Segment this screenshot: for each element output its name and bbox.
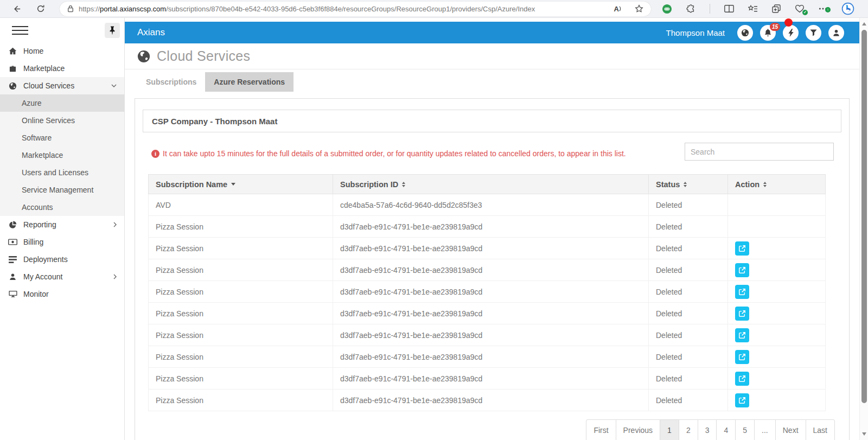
- tab-subscriptions[interactable]: Subscriptions: [137, 72, 205, 92]
- favorites-list-icon[interactable]: [748, 5, 758, 13]
- column-header-subscription-name[interactable]: Subscription Name: [149, 175, 333, 194]
- cell-subscription-id: d3df7aeb-e91c-4791-be1e-ae239819a9cd: [333, 216, 649, 238]
- sidebar-subitem-users-and-licenses[interactable]: Users and Licenses: [0, 164, 124, 181]
- table-row: Pizza Session d3df7aeb-e91c-4791-be1e-ae…: [149, 303, 826, 324]
- sidebar-subitem-azure[interactable]: Azure: [0, 94, 124, 112]
- open-subscription-button[interactable]: [735, 285, 749, 299]
- chevron-right-icon: [113, 222, 117, 227]
- cell-subscription-name: Pizza Session: [149, 259, 333, 281]
- cell-subscription-id: d3df7aeb-e91c-4791-be1e-ae239819a9cd: [333, 390, 649, 411]
- sidebar-subitem-marketplace[interactable]: Marketplace: [0, 146, 124, 164]
- table-row: Pizza Session d3df7aeb-e91c-4791-be1e-ae…: [149, 281, 826, 303]
- extensions-puzzle-icon[interactable]: [686, 4, 695, 14]
- tab-azure-reservations[interactable]: Azure Reservations: [205, 72, 293, 92]
- toolbar-divider: [710, 4, 710, 14]
- open-subscription-button[interactable]: [735, 350, 749, 364]
- page-button-last[interactable]: Last: [806, 419, 835, 440]
- external-link-icon: [738, 266, 746, 274]
- cell-status: Deleted: [649, 324, 728, 346]
- open-subscription-button[interactable]: [735, 263, 749, 277]
- globe-button[interactable]: [737, 25, 753, 41]
- sidebar-item-home[interactable]: Home: [0, 42, 124, 60]
- open-subscription-button[interactable]: [735, 372, 749, 386]
- column-header-subscription-id[interactable]: Subscription ID: [333, 175, 649, 194]
- sidebar-pin-button[interactable]: [105, 23, 120, 38]
- sidebar-subitem-online-services[interactable]: Online Services: [0, 112, 124, 129]
- cell-subscription-name: Pizza Session: [149, 324, 333, 346]
- cell-subscription-name: AVD: [149, 194, 333, 216]
- url-text: https://portal.axianscsp.com/subscriptio…: [79, 5, 609, 13]
- column-header-status[interactable]: Status: [649, 175, 728, 194]
- brand-title: Axians: [137, 27, 165, 38]
- sidebar-item-monitor[interactable]: Monitor: [0, 285, 124, 303]
- extension-green-icon[interactable]: [662, 4, 672, 14]
- page-button-ellipsis[interactable]: ...: [754, 419, 776, 440]
- sidebar-item-reporting[interactable]: Reporting: [0, 216, 124, 233]
- copilot-bing-icon[interactable]: [841, 2, 854, 15]
- search-input[interactable]: [685, 143, 834, 161]
- open-subscription-button[interactable]: [735, 328, 749, 342]
- hamburger-menu-icon[interactable]: [12, 23, 28, 37]
- sidebar-subitem-service-management[interactable]: Service Management: [0, 181, 124, 199]
- sidebar-item-cloud-services[interactable]: Cloud Services: [0, 77, 124, 94]
- account-button[interactable]: [828, 25, 844, 41]
- read-aloud-icon[interactable]: A: [614, 5, 622, 13]
- page-button-2[interactable]: 2: [679, 419, 698, 440]
- user-name[interactable]: Thompson Maat: [666, 28, 725, 37]
- cell-subscription-name: Pizza Session: [149, 216, 333, 238]
- table-row: Pizza Session d3df7aeb-e91c-4791-be1e-ae…: [149, 346, 826, 368]
- refresh-icon[interactable]: [33, 2, 49, 16]
- subscriptions-table: Subscription Name Subscription ID Status: [148, 174, 826, 411]
- scroll-down-arrow[interactable]: [860, 430, 868, 438]
- page-globe-icon: [137, 50, 150, 63]
- table-row: Pizza Session d3df7aeb-e91c-4791-be1e-ae…: [149, 368, 826, 390]
- open-subscription-button[interactable]: [735, 241, 749, 256]
- cell-subscription-id: d3df7aeb-e91c-4791-be1e-ae239819a9cd: [333, 259, 649, 281]
- page-button-3[interactable]: 3: [698, 419, 717, 440]
- sidebar-item-my-account[interactable]: My Account: [0, 268, 124, 285]
- cell-status: Deleted: [649, 281, 728, 303]
- sort-icon: [402, 182, 405, 187]
- favorite-star-icon[interactable]: [635, 4, 643, 13]
- sidebar-item-marketplace[interactable]: Marketplace: [0, 60, 124, 77]
- activity-bolt-button[interactable]: [783, 25, 799, 41]
- split-screen-icon[interactable]: [724, 5, 734, 12]
- collections-icon[interactable]: [772, 4, 781, 13]
- page-button-1[interactable]: 1: [660, 419, 679, 440]
- tabs: Subscriptions Azure Reservations: [125, 72, 293, 92]
- external-link-icon: [738, 353, 746, 361]
- scrollbar-thumb[interactable]: [861, 30, 867, 403]
- settings-more-icon[interactable]: ↑: [819, 7, 827, 10]
- sidebar-item-billing[interactable]: Billing: [0, 233, 124, 251]
- sidebar-subitem-software[interactable]: Software: [0, 129, 124, 146]
- page-button-first[interactable]: First: [586, 419, 616, 440]
- page-button-4[interactable]: 4: [716, 419, 736, 440]
- warning-message: i It can take upto 15 minutes for the fu…: [151, 149, 626, 158]
- address-bar[interactable]: https://portal.axianscsp.com/subscriptio…: [60, 2, 651, 16]
- notifications-button[interactable]: 15: [760, 25, 776, 41]
- open-subscription-button[interactable]: [735, 393, 749, 407]
- chevron-right-icon: [113, 274, 117, 279]
- briefcase-icon: [8, 65, 17, 72]
- sidebar-subitem-accounts[interactable]: Accounts: [0, 199, 124, 216]
- browser-essentials-icon[interactable]: ✓: [795, 4, 805, 13]
- home-icon: [8, 47, 17, 55]
- main-content: Axians Thompson Maat 15: [125, 18, 859, 440]
- external-link-icon: [738, 331, 746, 339]
- back-icon[interactable]: [9, 2, 25, 16]
- column-header-action[interactable]: Action: [728, 175, 826, 194]
- user-icon: [8, 273, 17, 280]
- page-title: Cloud Services: [157, 48, 250, 64]
- page-button-5[interactable]: 5: [735, 419, 755, 440]
- open-subscription-button[interactable]: [735, 307, 749, 321]
- sidebar-item-deployments[interactable]: Deployments: [0, 251, 124, 268]
- monitor-icon: [8, 290, 17, 298]
- essentials-check-badge: ✓: [802, 10, 808, 15]
- page-button-previous[interactable]: Previous: [616, 419, 660, 440]
- filter-button[interactable]: [806, 25, 821, 41]
- scroll-up-arrow[interactable]: [860, 20, 868, 28]
- recording-dot: [784, 18, 793, 27]
- external-link-icon: [738, 288, 746, 296]
- page-button-next[interactable]: Next: [775, 419, 806, 440]
- table-row: Pizza Session d3df7aeb-e91c-4791-be1e-ae…: [149, 238, 826, 259]
